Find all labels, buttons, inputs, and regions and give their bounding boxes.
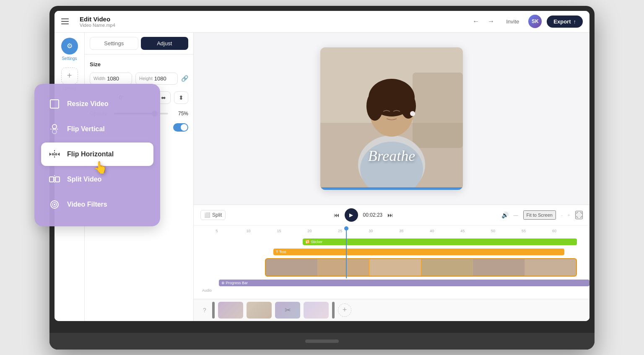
undo-button[interactable]: ← xyxy=(470,16,482,27)
split-video-label: Split Video xyxy=(67,176,101,183)
popup-item-filters[interactable]: Video Filters xyxy=(41,193,153,216)
ruler-mark-15: 15 xyxy=(277,229,281,233)
timeline-area: ⬜ Split ⏮ ▶ 00:02:23 ⏭ 🔊 — Fit to S xyxy=(194,205,589,321)
timeline: 5 10 15 20 25 30 35 40 45 50 55 xyxy=(194,225,589,299)
video-thumb-4 xyxy=(421,259,473,276)
link-proportions-icon[interactable]: 🔗 xyxy=(181,75,188,82)
video-thumbnails xyxy=(266,259,576,276)
thumbnail-3: ✂ xyxy=(275,302,300,319)
popup-item-flip-vertical[interactable]: Flip Vertical xyxy=(41,117,153,141)
thumb-img-1 xyxy=(218,302,243,319)
help-icon[interactable]: ? xyxy=(200,306,209,314)
sticker-track-row: 🔁 Sticker xyxy=(194,237,589,246)
time-display: 00:02:23 xyxy=(363,212,383,218)
video-progress-bar xyxy=(320,187,463,190)
ruler-mark-10: 10 xyxy=(246,229,250,233)
resize-label: Resize Video xyxy=(67,100,108,108)
flip-vertical-label: Flip Vertical xyxy=(67,125,105,133)
video-thumb-5 xyxy=(473,259,525,276)
video-thumb-6 xyxy=(525,259,576,276)
preview-area: Breathe ⬜ Split ⏮ xyxy=(194,33,589,321)
split-icon: ⬜ xyxy=(204,212,210,218)
fit-screen-button[interactable]: Fit to Screen xyxy=(523,210,556,220)
svg-point-16 xyxy=(55,153,57,155)
tab-settings[interactable]: Settings xyxy=(90,37,138,50)
text-label: T Text xyxy=(276,250,286,254)
thumbnail-4 xyxy=(304,302,329,319)
width-value: 1080 xyxy=(107,75,119,82)
bottom-thumbnails-bar: ? ✂ + xyxy=(194,299,589,321)
svg-rect-2 xyxy=(413,73,463,148)
expand-button[interactable]: ⛶ xyxy=(575,211,583,219)
width-field[interactable]: Width 1080 xyxy=(90,73,132,85)
export-icon: ↑ xyxy=(574,18,576,25)
playhead xyxy=(346,228,347,278)
redo-button[interactable]: → xyxy=(485,16,497,27)
ruler-mark-50: 50 xyxy=(491,229,495,233)
ruler-mark-20: 20 xyxy=(307,229,312,233)
app-header: Edit Video Video Name.mp4 ← → Invite SK … xyxy=(55,11,589,33)
height-field[interactable]: Height 1080 xyxy=(135,73,178,85)
svg-point-8 xyxy=(366,91,383,121)
zoom-plus[interactable]: + xyxy=(568,212,570,218)
playhead-arrow xyxy=(344,226,348,231)
invite-button[interactable]: Invite xyxy=(502,16,523,27)
opacity-value: 75% xyxy=(171,111,188,117)
sidebar-item-settings[interactable]: ⚙ Settings xyxy=(61,38,78,61)
progress-track[interactable]: ⊕ Progress Bar xyxy=(219,280,589,286)
breathe-text: Breathe xyxy=(368,147,415,165)
preview-canvas: Breathe xyxy=(194,33,589,205)
ruler-mark-45: 45 xyxy=(460,229,465,233)
svg-rect-18 xyxy=(49,177,54,182)
tab-adjust[interactable]: Adjust xyxy=(141,37,189,50)
export-button[interactable]: Export ↑ xyxy=(547,16,583,28)
thumb-img-4 xyxy=(304,302,329,319)
popup-item-resize[interactable]: Resize Video xyxy=(41,92,153,116)
sidebar-toggle-button[interactable] xyxy=(61,15,75,28)
sticker-track[interactable]: 🔁 Sticker xyxy=(303,238,577,245)
trim-marker-left[interactable] xyxy=(212,302,215,319)
play-button[interactable]: ▶ xyxy=(345,208,358,222)
skip-back-button[interactable]: ⏮ xyxy=(334,212,340,218)
avatar: SK xyxy=(528,15,542,28)
thumbnail-1 xyxy=(218,302,243,319)
text-track-row: T Text xyxy=(194,247,589,257)
thumbnail-2 xyxy=(247,302,272,319)
filters-icon xyxy=(48,198,61,211)
playback-center: ⏮ ▶ 00:02:23 ⏭ xyxy=(231,208,496,222)
add-media-button[interactable]: + xyxy=(338,303,351,317)
split-label: Split xyxy=(212,212,222,218)
flip-horizontal-label: Flip Horizontal xyxy=(67,150,114,158)
split-button[interactable]: ⬜ Split xyxy=(200,210,226,220)
ruler-mark-25: 25 xyxy=(338,229,342,233)
undo-redo-group: ← → xyxy=(470,16,497,27)
svg-rect-19 xyxy=(55,177,60,182)
size-section-label: Size xyxy=(90,61,188,67)
export-label: Export xyxy=(553,18,571,25)
audio-label-row: Audio xyxy=(194,288,589,295)
loop-toggle[interactable] xyxy=(173,123,188,132)
height-label: Height xyxy=(139,76,153,81)
flip-vertical-icon xyxy=(48,122,61,136)
svg-point-23 xyxy=(54,204,55,205)
volume-icon[interactable]: 🔊 xyxy=(501,212,509,218)
width-label: Width xyxy=(93,76,105,81)
svg-point-13 xyxy=(52,130,57,134)
audio-label: Audio xyxy=(202,288,212,293)
progress-track-row: ⊕ Progress Bar xyxy=(194,278,589,288)
zoom-minus[interactable]: - xyxy=(561,212,563,218)
timeline-ruler: 5 10 15 20 25 30 35 40 45 50 55 xyxy=(194,229,589,236)
video-thumb-3 xyxy=(369,259,421,276)
video-thumb-2 xyxy=(318,259,369,276)
size-fields-row: Width 1080 Height 1080 🔗 xyxy=(90,73,188,85)
thumb-img-3: ✂ xyxy=(275,302,300,319)
ruler-mark-60: 60 xyxy=(552,229,556,233)
video-track[interactable] xyxy=(265,258,577,277)
skip-forward-button[interactable]: ⏭ xyxy=(387,212,393,218)
video-track-row xyxy=(194,257,589,277)
text-track[interactable]: T Text xyxy=(273,249,564,255)
flip-vertical-button[interactable]: ⬍ xyxy=(174,91,188,104)
filters-label: Video Filters xyxy=(67,201,107,208)
trim-marker-right[interactable] xyxy=(332,302,335,319)
popup-item-flip-horizontal[interactable]: Flip Horizontal 👆 xyxy=(41,143,153,166)
